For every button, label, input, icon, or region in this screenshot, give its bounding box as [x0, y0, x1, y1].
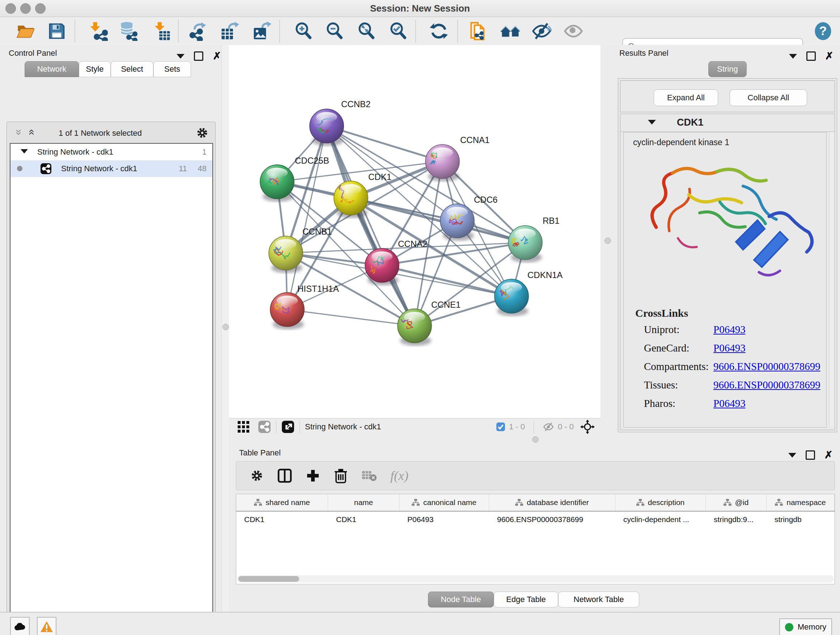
graph-node-cdkn1a[interactable]: CDKN1A: [494, 270, 562, 316]
table-cell[interactable]: stringdb:9...: [706, 511, 767, 527]
zoom-in-button[interactable]: [293, 21, 314, 42]
graph-edge[interactable]: [351, 198, 525, 242]
splitter-handle[interactable]: [532, 436, 538, 443]
table-cell[interactable]: CDK1: [236, 511, 328, 527]
string-network-graph[interactable]: CCNB2CCNA1CDC25BCDK1CDC6RB1CCNB1CCNA2CDK…: [229, 45, 600, 418]
crosslink-link[interactable]: 9606.ENSP00000378699: [714, 361, 821, 372]
table-cell[interactable]: 9606.ENSP00000378699: [489, 511, 615, 527]
network-share-toggle-icon[interactable]: [258, 420, 271, 433]
column-header-shared-name[interactable]: shared name: [236, 494, 328, 511]
table-row[interactable]: CDK1CDK1P064939606.ENSP00000378699cyclin…: [236, 511, 835, 527]
collapse-all-button[interactable]: Collapse All: [729, 89, 807, 106]
birdseye-grid-icon[interactable]: [237, 420, 250, 433]
tab-sets[interactable]: Sets: [153, 61, 191, 77]
duplicate-network-button[interactable]: [467, 21, 488, 42]
tab-style[interactable]: Style: [79, 61, 111, 77]
pan-crosshair-icon[interactable]: [580, 420, 595, 434]
panel-close-icon[interactable]: ✗: [213, 52, 221, 60]
panel-menu-icon[interactable]: [177, 54, 185, 59]
open-session-button[interactable]: [15, 21, 36, 42]
tab-string[interactable]: String: [708, 61, 747, 77]
network-canvas[interactable]: CCNB2CCNA1CDC25BCDK1CDC6RB1CCNB1CCNA2CDK…: [229, 45, 600, 418]
show-columns-icon[interactable]: [278, 469, 292, 483]
panel-float-icon[interactable]: [806, 450, 815, 460]
open-in-window-icon[interactable]: [281, 420, 294, 433]
table-cell[interactable]: cyclin-dependent ...: [615, 511, 706, 527]
selected-checkbox-icon[interactable]: [496, 422, 505, 432]
panel-float-icon[interactable]: [194, 51, 203, 61]
gear-icon[interactable]: [196, 126, 209, 139]
table-cell[interactable]: CDK1: [328, 511, 399, 527]
right-splitter[interactable]: [600, 45, 615, 434]
column-header-description[interactable]: description: [615, 494, 706, 511]
save-session-button[interactable]: [46, 21, 67, 42]
graph-node-rb1[interactable]: RB1: [508, 216, 560, 263]
graph-node-ccnb2[interactable]: CCNB2: [309, 99, 370, 146]
export-network-button[interactable]: [188, 21, 209, 42]
zoom-selected-button[interactable]: [388, 21, 409, 42]
memory-button[interactable]: Memory: [779, 618, 832, 635]
graph-node-ccne1[interactable]: CCNE1: [398, 300, 461, 346]
graph-edge[interactable]: [287, 126, 327, 310]
import-table-file-button[interactable]: [151, 21, 172, 42]
graph-node-cdk1[interactable]: CDK1: [334, 172, 392, 218]
tab-network[interactable]: Network: [25, 61, 79, 77]
hide-selected-button[interactable]: [531, 21, 552, 42]
crosslink-link[interactable]: P06493: [714, 324, 745, 336]
import-network-file-button[interactable]: [88, 21, 109, 42]
splitter-handle[interactable]: [605, 238, 611, 244]
collection-expander-icon[interactable]: [21, 149, 28, 154]
splitter-handle[interactable]: [223, 324, 229, 330]
table-settings-gear-icon[interactable]: [250, 469, 264, 483]
delete-table-icon-disabled[interactable]: [362, 470, 377, 482]
panel-close-icon[interactable]: ✗: [824, 451, 833, 459]
panel-menu-icon[interactable]: [789, 54, 797, 59]
delete-trash-icon[interactable]: [334, 468, 347, 483]
zoom-out-button[interactable]: [324, 21, 345, 42]
graph-node-ccna1[interactable]: CCNA1: [425, 135, 489, 181]
tab-network-table[interactable]: Network Table: [558, 592, 639, 608]
expand-all-button[interactable]: Expand All: [654, 89, 718, 106]
export-table-button[interactable]: [219, 21, 240, 42]
section-expander-icon[interactable]: [648, 120, 656, 125]
warnings-button[interactable]: [37, 617, 57, 635]
tab-select[interactable]: Select: [111, 61, 153, 77]
zoom-fit-button[interactable]: [356, 21, 377, 42]
crosslink-link[interactable]: 9606.ENSP00000378699: [714, 379, 821, 391]
column-header-database-identifier[interactable]: database identifier: [489, 494, 615, 511]
column-header-@id[interactable]: @id: [706, 494, 767, 511]
help-button[interactable]: ?: [813, 21, 834, 42]
tab-edge-table[interactable]: Edge Table: [494, 592, 558, 608]
graph-edge[interactable]: [327, 126, 442, 162]
first-neighbors-button[interactable]: [500, 21, 521, 42]
panel-close-icon[interactable]: ✗: [825, 52, 834, 60]
cloud-button[interactable]: [10, 617, 30, 635]
panel-menu-icon[interactable]: [788, 453, 796, 458]
refresh-button[interactable]: [428, 21, 449, 42]
scrollbar-thumb[interactable]: [238, 576, 299, 582]
add-column-icon[interactable]: [306, 469, 320, 483]
graph-edge[interactable]: [287, 310, 415, 326]
crosslink-link[interactable]: P06493: [714, 342, 745, 354]
protein-section-header[interactable]: CDK1: [621, 114, 835, 132]
network-row[interactable]: String Network - cdk1 11 48: [11, 160, 212, 177]
column-header-namespace[interactable]: namespace: [767, 494, 835, 511]
function-builder-icon[interactable]: f(x): [390, 468, 409, 483]
panel-float-icon[interactable]: [806, 51, 816, 61]
graph-node-ccnb1[interactable]: CCNB1: [269, 226, 332, 273]
crosslink-link[interactable]: P06493: [714, 397, 745, 409]
results-scrollbar[interactable]: [829, 132, 835, 427]
show-all-button[interactable]: [563, 21, 584, 42]
graph-node-hist1h1a[interactable]: HIST1H1A: [270, 284, 339, 329]
column-header-name[interactable]: name: [328, 494, 399, 511]
left-splitter[interactable]: [221, 45, 230, 612]
table-horizontal-scrollbar[interactable]: [237, 575, 834, 583]
table-cell[interactable]: P06493: [399, 511, 489, 527]
import-network-database-button[interactable]: [118, 21, 139, 42]
export-image-button[interactable]: [251, 21, 272, 42]
horizontal-splitter[interactable]: [229, 434, 840, 445]
tab-node-table[interactable]: Node Table: [428, 592, 494, 608]
column-header-canonical-name[interactable]: canonical name: [399, 494, 489, 511]
table-cell[interactable]: stringdb: [767, 511, 835, 527]
graph-edge[interactable]: [327, 126, 415, 326]
